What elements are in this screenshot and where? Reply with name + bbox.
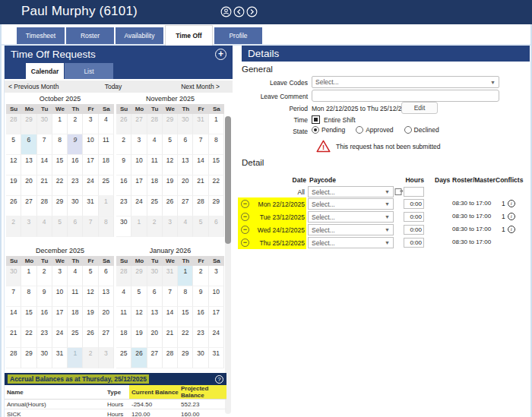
- calendar-day[interactable]: 29: [178, 348, 193, 368]
- calendar-day[interactable]: 6: [178, 134, 193, 155]
- calendar-day[interactable]: 14: [37, 155, 52, 175]
- radio-declined[interactable]: [404, 126, 412, 134]
- calendar-day[interactable]: 5: [131, 286, 147, 307]
- conflict-info-icon[interactable]: i: [508, 226, 515, 233]
- calendar-day[interactable]: 31: [52, 348, 68, 368]
- calendar-day[interactable]: 5: [193, 216, 208, 237]
- calendar-day[interactable]: 25: [147, 196, 163, 216]
- calendar-day[interactable]: 8: [52, 134, 68, 155]
- conflict-info-icon[interactable]: i: [508, 213, 515, 220]
- calendar-day[interactable]: 2: [147, 216, 163, 237]
- calendar-day[interactable]: 23: [37, 327, 52, 348]
- calendar-day[interactable]: 2: [6, 216, 21, 237]
- calendar-day[interactable]: 30: [193, 348, 208, 368]
- edit-period-button[interactable]: Edit: [401, 102, 438, 114]
- calendar-day[interactable]: 3: [163, 216, 178, 237]
- calendar-day[interactable]: 13: [99, 286, 114, 307]
- calendar-day[interactable]: 7: [163, 286, 178, 307]
- paycode-select[interactable]: Select...▼: [308, 224, 394, 235]
- tab-list[interactable]: List: [65, 63, 113, 79]
- calendar-day[interactable]: 30: [37, 114, 52, 134]
- calendar-day[interactable]: 2: [193, 266, 208, 286]
- calendar-day[interactable]: 30: [68, 196, 83, 216]
- calendar-day[interactable]: 4: [68, 266, 83, 286]
- person-icon[interactable]: [220, 6, 232, 17]
- chevron-right-icon[interactable]: [246, 6, 258, 17]
- question-circle-icon[interactable]: ?: [215, 375, 223, 384]
- calendar-day[interactable]: 16: [37, 307, 52, 327]
- calendar-day[interactable]: 26: [131, 348, 147, 368]
- conflict-info-icon[interactable]: i: [508, 200, 515, 207]
- remove-row-icon[interactable]: −: [241, 213, 249, 221]
- tab-calendar[interactable]: Calendar: [26, 63, 64, 79]
- calendar-day[interactable]: 17: [209, 307, 224, 327]
- calendar-day[interactable]: 28: [116, 266, 131, 286]
- calendar-day[interactable]: 19: [83, 307, 98, 327]
- calendar-day[interactable]: 6: [147, 286, 163, 307]
- remove-row-icon[interactable]: −: [241, 226, 249, 234]
- calendar-day[interactable]: 11: [147, 155, 163, 175]
- calendar-day[interactable]: 31: [163, 266, 178, 286]
- calendar-day[interactable]: 30: [6, 266, 21, 286]
- calendar-day[interactable]: 5: [83, 266, 98, 286]
- calendar-day[interactable]: 26: [6, 196, 21, 216]
- left-panel-scrollbar[interactable]: [225, 116, 231, 414]
- hours-input[interactable]: 0:00: [404, 225, 424, 235]
- calendar-day[interactable]: 30: [37, 348, 52, 368]
- calendar-day[interactable]: 31: [83, 196, 98, 216]
- calendar-day[interactable]: 29: [131, 266, 147, 286]
- calendar-day[interactable]: 22: [21, 327, 36, 348]
- calendar-day[interactable]: 9: [68, 134, 83, 155]
- calendar-day[interactable]: 26: [163, 196, 178, 216]
- calendar-day[interactable]: 4: [178, 216, 193, 237]
- chevron-left-icon[interactable]: [233, 6, 245, 17]
- leave-comment-input[interactable]: [312, 90, 499, 102]
- calendar-day[interactable]: 23: [68, 175, 83, 196]
- calendar-day[interactable]: 3: [21, 216, 36, 237]
- calendar-day[interactable]: 1: [21, 266, 36, 286]
- calendar-day[interactable]: 2: [83, 348, 98, 368]
- calendar-day[interactable]: 21: [6, 327, 21, 348]
- calendar-day[interactable]: 3: [99, 348, 114, 368]
- calendar-day[interactable]: 27: [131, 114, 147, 134]
- calendar-day[interactable]: 27: [147, 348, 163, 368]
- calendar-day[interactable]: 20: [178, 175, 193, 196]
- hours-input[interactable]: 0:00: [404, 238, 424, 248]
- calendar-day[interactable]: 16: [116, 175, 131, 196]
- calendar-day[interactable]: 3: [83, 114, 98, 134]
- calendar-day[interactable]: 7: [6, 286, 21, 307]
- calendar-day[interactable]: 12: [6, 155, 21, 175]
- calendar-day[interactable]: 21: [37, 175, 52, 196]
- calendar-day[interactable]: 17: [52, 307, 68, 327]
- calendar-day[interactable]: 12: [131, 307, 147, 327]
- calendar-day[interactable]: 20: [99, 307, 114, 327]
- calendar-day[interactable]: 13: [147, 307, 163, 327]
- calendar-day[interactable]: 10: [209, 286, 224, 307]
- calendar-day[interactable]: 3: [209, 266, 224, 286]
- calendar-day[interactable]: 8: [99, 216, 114, 237]
- calendar-day[interactable]: 28: [163, 348, 178, 368]
- calendar-day[interactable]: 4: [116, 286, 131, 307]
- calendar-day[interactable]: 20: [21, 175, 36, 196]
- calendar-day[interactable]: 29: [52, 196, 68, 216]
- calendar-day[interactable]: 15: [52, 155, 68, 175]
- calendar-day[interactable]: 17: [83, 155, 98, 175]
- all-paycode-select[interactable]: Select...▼: [308, 186, 394, 197]
- calendar-day[interactable]: 1: [178, 266, 193, 286]
- radio-approved[interactable]: [356, 126, 363, 134]
- calendar-day[interactable]: 30: [116, 216, 131, 237]
- calendar-day[interactable]: 30: [178, 114, 193, 134]
- remove-row-icon[interactable]: −: [241, 200, 249, 208]
- leave-codes-select[interactable]: Select...▼: [312, 76, 499, 88]
- calendar-day[interactable]: 24: [209, 327, 224, 348]
- calendar-day[interactable]: 2: [37, 266, 52, 286]
- entire-shift-checkbox[interactable]: [312, 115, 320, 124]
- calendar-day[interactable]: 3: [52, 266, 68, 286]
- hours-input[interactable]: 0:00: [404, 212, 424, 222]
- calendar-day[interactable]: 1: [99, 196, 114, 216]
- calendar-day[interactable]: 19: [163, 175, 178, 196]
- calendar-day[interactable]: 23: [193, 327, 208, 348]
- all-hours-input[interactable]: [404, 187, 424, 197]
- copy-to-all-icon[interactable]: [394, 187, 404, 196]
- calendar-day[interactable]: 18: [68, 307, 83, 327]
